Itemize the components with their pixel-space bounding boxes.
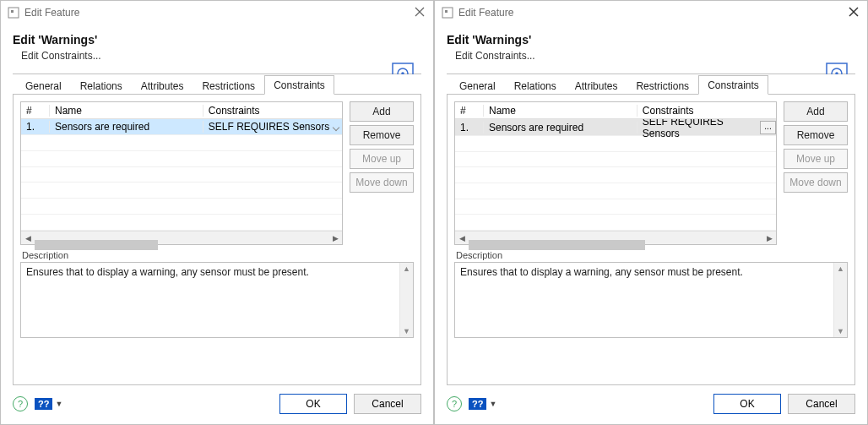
tab-relations[interactable]: Relations	[71, 76, 132, 95]
help-icon[interactable]: ?	[13, 396, 28, 411]
hscrollbar[interactable]: ◀ ▶	[21, 231, 342, 244]
col-constraints[interactable]: Constraints	[203, 105, 342, 117]
close-icon[interactable]	[415, 7, 426, 19]
ellipsis-button[interactable]: ...	[760, 121, 776, 134]
tab-attributes[interactable]: Attributes	[132, 76, 193, 95]
col-name[interactable]: Name	[484, 105, 637, 117]
tab-attributes[interactable]: Attributes	[566, 76, 627, 95]
table-row[interactable]	[21, 215, 342, 231]
cell-name: Sensors are required	[50, 121, 203, 133]
description-text: Ensures that to display a warning, any s…	[26, 266, 309, 278]
scroll-left-icon[interactable]: ◀	[455, 232, 469, 245]
scroll-right-icon[interactable]: ▶	[328, 232, 342, 245]
moveup-button[interactable]: Move up	[784, 149, 848, 169]
ok-button[interactable]: OK	[279, 394, 347, 414]
titlebar: Edit Feature	[1, 1, 433, 25]
page-title: Edit 'Warnings'	[447, 33, 855, 46]
svg-rect-8	[445, 10, 448, 13]
description-label: Description	[20, 250, 414, 260]
movedown-button[interactable]: Move down	[350, 172, 414, 193]
close-icon[interactable]	[849, 7, 860, 19]
remove-button[interactable]: Remove	[350, 125, 414, 145]
tabstrip-border: General Relations Attributes Restriction…	[447, 74, 855, 95]
description-label: Description	[454, 250, 848, 260]
cell-name: Sensors are required	[484, 122, 637, 133]
table-row[interactable]	[21, 183, 342, 199]
table-row[interactable]	[455, 215, 776, 231]
scroll-down-icon[interactable]: ▼	[837, 327, 844, 335]
breadcrumb: Edit Constraints...	[455, 50, 855, 62]
tab-restrictions[interactable]: Restrictions	[627, 76, 698, 95]
description-field[interactable]: Ensures that to display a warning, any s…	[454, 262, 848, 338]
scroll-right-icon[interactable]: ▶	[762, 232, 776, 245]
table-row[interactable]	[21, 151, 342, 167]
cell-num: 1.	[21, 121, 50, 133]
tab-constraints[interactable]: Constraints	[698, 75, 768, 95]
scroll-thumb[interactable]	[35, 240, 158, 250]
description-field[interactable]: Ensures that to display a warning, any s…	[20, 262, 414, 338]
cancel-button[interactable]: Cancel	[354, 394, 421, 414]
titlebar: Edit Feature	[435, 1, 867, 25]
button-column: Add Remove Move up Move down	[784, 101, 848, 245]
help-icon[interactable]: ?	[447, 396, 462, 411]
cancel-button[interactable]: Cancel	[788, 394, 855, 414]
movedown-button[interactable]: Move down	[784, 172, 848, 193]
tab-relations[interactable]: Relations	[505, 76, 566, 95]
tabstrip: General Relations Attributes Restriction…	[447, 74, 855, 95]
tabstrip-border: General Relations Attributes Restriction…	[13, 74, 421, 95]
table-row[interactable]	[21, 199, 342, 215]
table-row[interactable]	[455, 136, 776, 152]
page-title: Edit 'Warnings'	[13, 33, 421, 46]
window-title: Edit Feature	[458, 7, 849, 19]
col-num[interactable]: #	[455, 105, 484, 117]
tab-general[interactable]: General	[16, 76, 71, 95]
scroll-left-icon[interactable]: ◀	[21, 232, 35, 245]
scroll-up-icon[interactable]: ▲	[403, 264, 410, 273]
col-name[interactable]: Name	[50, 105, 203, 117]
tab-general[interactable]: General	[450, 76, 505, 95]
remove-button[interactable]: Remove	[784, 125, 848, 145]
tab-pane: # Name Constraints 1. Sensors are requir…	[447, 95, 855, 385]
table-row[interactable]	[21, 167, 342, 183]
chevron-down-icon[interactable]: ▼	[489, 400, 496, 408]
scroll-up-icon[interactable]: ▲	[837, 264, 844, 273]
table-row[interactable]: 1. Sensors are required SELF REQUIRES Se…	[455, 119, 776, 136]
description-section: Description Ensures that to display a wa…	[454, 250, 848, 338]
cell-constraints: SELF REQUIRES Sensors	[203, 121, 342, 133]
scroll-down-icon[interactable]: ▼	[403, 327, 410, 335]
col-constraints[interactable]: Constraints	[637, 105, 776, 117]
table-row[interactable]	[455, 199, 776, 215]
tab-restrictions[interactable]: Restrictions	[193, 76, 264, 95]
vscrollbar[interactable]: ▲▼	[833, 263, 847, 337]
content: Edit 'Warnings' Edit Constraints... Gene…	[435, 25, 867, 385]
dialog-right: Edit Feature Edit 'Warnings' Edit Constr…	[434, 0, 868, 425]
hscrollbar[interactable]: ◀ ▶	[455, 231, 776, 244]
table-row[interactable]	[455, 167, 776, 183]
dialog-left: Edit Feature Edit 'Warnings' Edit Constr…	[0, 0, 434, 425]
constraints-table: # Name Constraints 1. Sensors are requir…	[454, 101, 777, 245]
add-button[interactable]: Add	[784, 101, 848, 122]
table-row[interactable]	[21, 135, 342, 151]
constraints-table: # Name Constraints 1. Sensors are requir…	[20, 101, 343, 245]
footer: ? ?? ▼ OK Cancel	[1, 385, 433, 424]
tab-constraints[interactable]: Constraints	[264, 75, 334, 95]
scroll-thumb[interactable]	[469, 240, 645, 250]
table-head: # Name Constraints	[21, 102, 342, 119]
help-badge[interactable]: ??	[35, 398, 52, 410]
chevron-down-icon[interactable]: ▼	[55, 400, 62, 408]
feature-icon	[8, 7, 19, 19]
tab-pane: # Name Constraints 1. Sensors are requir…	[13, 95, 421, 385]
vscrollbar[interactable]: ▲▼	[399, 263, 413, 337]
ok-button[interactable]: OK	[713, 394, 781, 414]
table-row[interactable]: 1. Sensors are required SELF REQUIRES Se…	[21, 119, 342, 135]
moveup-button[interactable]: Move up	[350, 149, 414, 169]
description-text: Ensures that to display a warning, any s…	[460, 266, 743, 278]
button-column: Add Remove Move up Move down	[350, 101, 414, 245]
description-section: Description Ensures that to display a wa…	[20, 250, 414, 338]
add-button[interactable]: Add	[350, 101, 414, 122]
table-row[interactable]	[455, 152, 776, 168]
help-badge[interactable]: ??	[469, 398, 486, 410]
table-row[interactable]	[455, 183, 776, 199]
tabstrip: General Relations Attributes Restriction…	[13, 74, 421, 95]
col-num[interactable]: #	[21, 105, 50, 117]
